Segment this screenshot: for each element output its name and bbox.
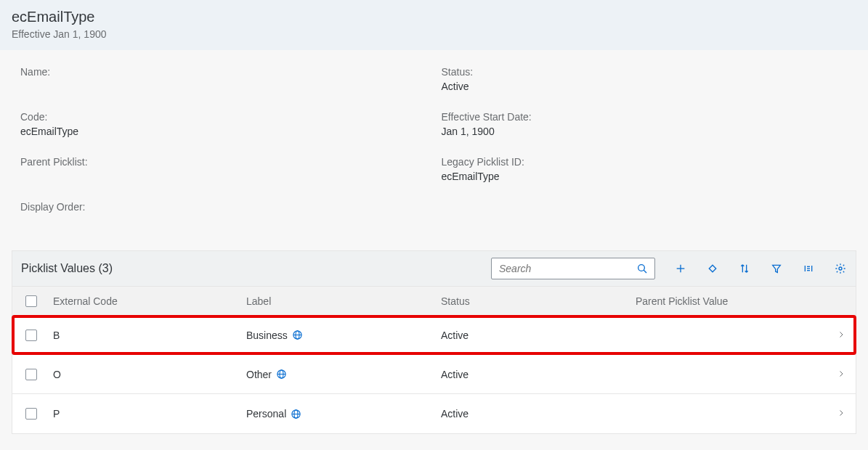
- table-header-row: External Code Label Status Parent Pickli…: [12, 287, 856, 316]
- details-form: Name: Status: Active Code: ecEmailType E…: [0, 50, 868, 250]
- field-legacy-id: Legacy Picklist ID: ecEmailType: [442, 156, 848, 184]
- globe-icon[interactable]: [276, 369, 287, 380]
- field-status-label: Status:: [442, 66, 848, 78]
- select-all-checkbox[interactable]: [25, 295, 37, 307]
- row-checkbox[interactable]: [25, 369, 37, 380]
- cell-label: Other: [243, 369, 438, 380]
- object-effective-date: Effective Jan 1, 1900: [12, 28, 856, 40]
- search-input-container[interactable]: [491, 258, 655, 279]
- picklist-values-toolbar: Picklist Values (3): [12, 250, 856, 286]
- chevron-right-icon: [837, 408, 845, 420]
- search-input[interactable]: [498, 262, 636, 275]
- row-select-cell[interactable]: [12, 330, 50, 341]
- globe-icon[interactable]: [292, 330, 303, 340]
- cell-status: Active: [438, 369, 633, 380]
- cell-label-text: Personal: [246, 408, 286, 420]
- row-navigate[interactable]: [827, 408, 856, 420]
- svg-point-0: [638, 265, 645, 271]
- cell-label: Personal: [243, 408, 438, 420]
- field-display-order: Display Order:: [20, 201, 427, 229]
- field-display-order-value: [20, 216, 427, 229]
- field-status: Status: Active: [442, 66, 848, 94]
- picklist-values-title: Picklist Values (3): [21, 262, 113, 275]
- row-select-cell[interactable]: [12, 369, 50, 380]
- cell-label-text: Business: [246, 330, 288, 341]
- chevron-right-icon: [837, 330, 845, 341]
- search-icon[interactable]: [636, 262, 649, 275]
- field-name-label: Name:: [20, 66, 427, 78]
- chevron-right-icon: [837, 369, 845, 380]
- picklist-values-table: External Code Label Status Parent Pickli…: [12, 286, 856, 434]
- field-status-value: Active: [442, 81, 848, 94]
- select-all-cell[interactable]: [12, 295, 50, 307]
- cell-external-code: O: [50, 369, 243, 380]
- table-row[interactable]: O Other Active: [12, 355, 856, 394]
- field-code-value: ecEmailType: [20, 126, 427, 139]
- picklist-values-section: Picklist Values (3): [0, 250, 868, 449]
- row-checkbox[interactable]: [25, 330, 37, 341]
- cell-label-text: Other: [246, 369, 272, 380]
- column-actions: [827, 294, 856, 308]
- row-checkbox[interactable]: [25, 408, 37, 420]
- field-effective-start: Effective Start Date: Jan 1, 1900: [442, 111, 848, 139]
- table-row[interactable]: P Personal Active: [12, 394, 856, 433]
- row-navigate[interactable]: [827, 330, 856, 341]
- row-navigate[interactable]: [827, 369, 856, 380]
- cell-external-code: B: [50, 330, 243, 341]
- picklist-values-tools: [491, 258, 847, 279]
- field-parent-picklist: Parent Picklist:: [20, 156, 427, 184]
- row-select-cell[interactable]: [12, 408, 50, 420]
- add-icon[interactable]: [674, 262, 687, 275]
- field-code: Code: ecEmailType: [20, 111, 427, 139]
- field-legacy-id-label: Legacy Picklist ID:: [442, 156, 848, 168]
- filter-icon[interactable]: [770, 262, 783, 275]
- field-effective-start-value: Jan 1, 1900: [442, 126, 848, 139]
- cell-status: Active: [438, 408, 633, 420]
- cell-label: Business: [243, 330, 438, 341]
- column-label[interactable]: Label: [243, 288, 438, 314]
- field-display-order-label: Display Order:: [20, 201, 427, 213]
- cell-status: Active: [438, 330, 633, 341]
- settings-icon[interactable]: [834, 262, 847, 275]
- field-parent-picklist-label: Parent Picklist:: [20, 156, 427, 168]
- object-header: ecEmailType Effective Jan 1, 1900: [0, 0, 868, 50]
- diamond-icon[interactable]: [706, 262, 719, 275]
- svg-rect-4: [709, 265, 715, 271]
- details-icon[interactable]: [802, 262, 815, 275]
- cell-external-code: P: [50, 408, 243, 420]
- field-name: Name:: [20, 66, 427, 94]
- object-title: ecEmailType: [12, 9, 856, 25]
- globe-icon[interactable]: [291, 409, 301, 420]
- sort-icon[interactable]: [738, 262, 751, 275]
- field-name-value: [20, 81, 427, 94]
- field-legacy-id-value: ecEmailType: [442, 171, 848, 184]
- field-code-label: Code:: [20, 111, 427, 123]
- column-status[interactable]: Status: [438, 288, 633, 314]
- svg-point-8: [839, 267, 842, 270]
- column-parent-value[interactable]: Parent Picklist Value: [633, 288, 827, 314]
- field-parent-picklist-value: [20, 171, 427, 184]
- svg-line-1: [644, 270, 646, 273]
- column-external-code[interactable]: External Code: [50, 288, 243, 314]
- table-row[interactable]: B Business Active: [12, 316, 856, 355]
- field-effective-start-label: Effective Start Date:: [442, 111, 848, 123]
